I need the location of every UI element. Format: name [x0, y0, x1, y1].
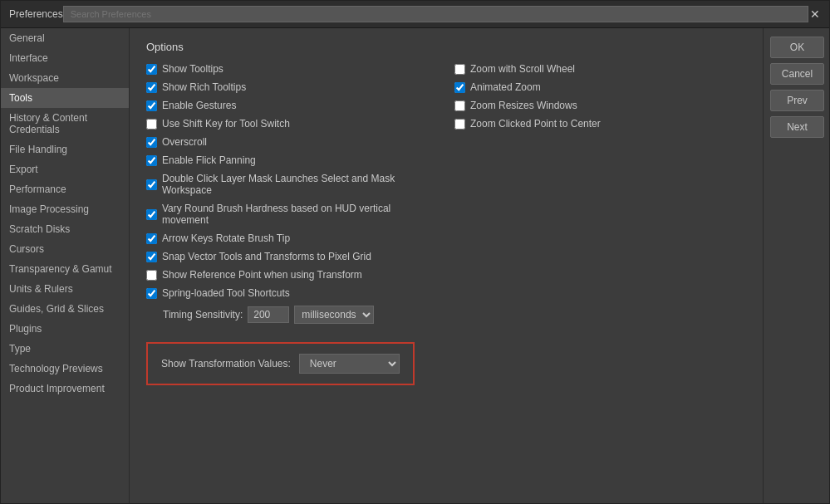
- checkbox-row-show-reference-point: Show Reference Point when using Transfor…: [146, 269, 430, 281]
- checkbox-row-enable-flick-panning: Enable Flick Panning: [146, 154, 430, 166]
- main-area: Options Show TooltipsShow Rich TooltipsE…: [130, 28, 763, 503]
- sidebar-item-cursors[interactable]: Cursors: [1, 239, 129, 259]
- title-bar: Preferences ✕: [1, 1, 829, 28]
- checkbox-label-spring-loaded-tool: Spring-loaded Tool Shortcuts: [162, 287, 290, 299]
- sidebar-item-scratch-disks[interactable]: Scratch Disks: [1, 219, 129, 239]
- checkbox-row-enable-gestures: Enable Gestures: [146, 100, 430, 111]
- sidebar-item-type[interactable]: Type: [1, 339, 129, 359]
- checkbox-zoom-clicked-point[interactable]: [454, 119, 465, 130]
- checkbox-animated-zoom[interactable]: [454, 82, 465, 93]
- options-title: Options: [146, 41, 746, 53]
- checkbox-row-snap-vector-tools: Snap Vector Tools and Transforms to Pixe…: [146, 251, 430, 262]
- sidebar-item-interface[interactable]: Interface: [1, 48, 129, 68]
- timing-sensitivity-unit[interactable]: milliseconds: [294, 306, 374, 324]
- checkbox-show-rich-tooltips[interactable]: [146, 82, 157, 93]
- checkbox-label-arrow-keys-rotate: Arrow Keys Rotate Brush Tip: [162, 232, 290, 244]
- buttons-panel: OK Cancel Prev Next: [763, 28, 829, 503]
- checkbox-row-overscroll: Overscroll: [146, 136, 430, 148]
- checkbox-zoom-resizes-windows[interactable]: [454, 100, 465, 111]
- timing-sensitivity-row: Timing Sensitivity: milliseconds: [163, 306, 746, 324]
- checkbox-label-double-click-layer-mask: Double Click Layer Mask Launches Select …: [162, 173, 430, 196]
- sidebar-item-units-rulers[interactable]: Units & Rulers: [1, 279, 129, 299]
- sidebar-item-product-improvement[interactable]: Product Improvement: [1, 379, 129, 399]
- sidebar-item-workspace[interactable]: Workspace: [1, 68, 129, 88]
- checkbox-enable-gestures[interactable]: [146, 100, 157, 111]
- preferences-dialog: Preferences ✕ GeneralInterfaceWorkspaceT…: [0, 0, 830, 504]
- checkbox-show-reference-point[interactable]: [146, 270, 157, 281]
- checkbox-label-use-shift-key: Use Shift Key for Tool Switch: [162, 118, 290, 130]
- checkbox-spring-loaded-tool[interactable]: [146, 288, 157, 299]
- checkbox-label-show-rich-tooltips: Show Rich Tooltips: [162, 81, 246, 93]
- checkbox-row-zoom-resizes-windows: Zoom Resizes Windows: [454, 100, 746, 111]
- checkbox-label-zoom-clicked-point: Zoom Clicked Point to Center: [470, 118, 601, 130]
- sidebar-item-plugins[interactable]: Plugins: [1, 319, 129, 339]
- timing-sensitivity-input[interactable]: [248, 306, 289, 323]
- close-button[interactable]: ✕: [808, 7, 821, 21]
- checkbox-show-tooltips[interactable]: [146, 64, 157, 75]
- dialog-content: GeneralInterfaceWorkspaceToolsHistory & …: [1, 28, 829, 503]
- transform-values-select[interactable]: NeverAlwaysWhile Dragging: [299, 354, 400, 374]
- checkbox-label-enable-gestures: Enable Gestures: [162, 100, 236, 111]
- checkbox-row-show-tooltips: Show Tooltips: [146, 63, 430, 75]
- sidebar-item-performance[interactable]: Performance: [1, 179, 129, 199]
- cancel-button[interactable]: Cancel: [770, 63, 824, 85]
- options-left: Show TooltipsShow Rich TooltipsEnable Ge…: [146, 63, 446, 306]
- checkbox-row-use-shift-key: Use Shift Key for Tool Switch: [146, 118, 430, 130]
- sidebar: GeneralInterfaceWorkspaceToolsHistory & …: [1, 28, 130, 503]
- checkbox-row-double-click-layer-mask: Double Click Layer Mask Launches Select …: [146, 173, 430, 196]
- ok-button[interactable]: OK: [770, 37, 824, 58]
- prev-button[interactable]: Prev: [770, 90, 824, 111]
- checkbox-use-shift-key[interactable]: [146, 119, 157, 130]
- sidebar-item-file-handling[interactable]: File Handling: [1, 139, 129, 159]
- checkbox-label-snap-vector-tools: Snap Vector Tools and Transforms to Pixe…: [162, 251, 371, 262]
- checkbox-label-show-tooltips: Show Tooltips: [162, 63, 223, 75]
- sidebar-item-guides-grid-slices[interactable]: Guides, Grid & Slices: [1, 299, 129, 319]
- checkbox-label-enable-flick-panning: Enable Flick Panning: [162, 154, 256, 166]
- sidebar-item-general[interactable]: General: [1, 28, 129, 48]
- sidebar-item-tools[interactable]: Tools: [1, 88, 129, 108]
- timing-sensitivity-label: Timing Sensitivity:: [163, 309, 243, 321]
- sidebar-item-export[interactable]: Export: [1, 159, 129, 179]
- options-grid: Show TooltipsShow Rich TooltipsEnable Ge…: [146, 63, 746, 306]
- checkbox-label-animated-zoom: Animated Zoom: [470, 81, 541, 93]
- checkbox-label-show-reference-point: Show Reference Point when using Transfor…: [162, 269, 362, 281]
- checkbox-enable-flick-panning[interactable]: [146, 155, 157, 166]
- checkbox-label-overscroll: Overscroll: [162, 136, 207, 148]
- options-right: Zoom with Scroll WheelAnimated ZoomZoom …: [446, 63, 746, 306]
- checkbox-label-zoom-resizes-windows: Zoom Resizes Windows: [470, 100, 577, 111]
- checkbox-row-spring-loaded-tool: Spring-loaded Tool Shortcuts: [146, 287, 430, 299]
- sidebar-item-image-processing[interactable]: Image Processing: [1, 199, 129, 219]
- transform-values-label: Show Transformation Values:: [161, 358, 291, 369]
- search-input[interactable]: [63, 6, 809, 22]
- checkbox-vary-round-brush[interactable]: [146, 209, 157, 220]
- title-bar-left: Preferences: [9, 8, 63, 20]
- checkbox-arrow-keys-rotate[interactable]: [146, 233, 157, 244]
- sidebar-item-technology-previews[interactable]: Technology Previews: [1, 359, 129, 379]
- checkbox-row-show-rich-tooltips: Show Rich Tooltips: [146, 81, 430, 93]
- dialog-title: Preferences: [9, 8, 63, 20]
- checkbox-row-animated-zoom: Animated Zoom: [454, 81, 746, 93]
- checkbox-row-vary-round-brush: Vary Round Brush Hardness based on HUD v…: [146, 203, 430, 226]
- checkbox-row-zoom-scroll-wheel: Zoom with Scroll Wheel: [454, 63, 746, 75]
- checkbox-row-arrow-keys-rotate: Arrow Keys Rotate Brush Tip: [146, 232, 430, 244]
- checkbox-zoom-scroll-wheel[interactable]: [454, 64, 465, 75]
- checkbox-double-click-layer-mask[interactable]: [146, 179, 157, 190]
- sidebar-item-transparency-gamut[interactable]: Transparency & Gamut: [1, 259, 129, 279]
- sidebar-item-history-content-credentials[interactable]: History & Content Credentials: [1, 108, 129, 139]
- checkbox-row-zoom-clicked-point: Zoom Clicked Point to Center: [454, 118, 746, 130]
- transform-values-box: Show Transformation Values: NeverAlwaysW…: [146, 342, 415, 385]
- next-button[interactable]: Next: [770, 116, 824, 138]
- checkbox-label-vary-round-brush: Vary Round Brush Hardness based on HUD v…: [162, 203, 430, 226]
- checkbox-overscroll[interactable]: [146, 137, 157, 148]
- checkbox-snap-vector-tools[interactable]: [146, 252, 157, 262]
- checkbox-label-zoom-scroll-wheel: Zoom with Scroll Wheel: [470, 63, 575, 75]
